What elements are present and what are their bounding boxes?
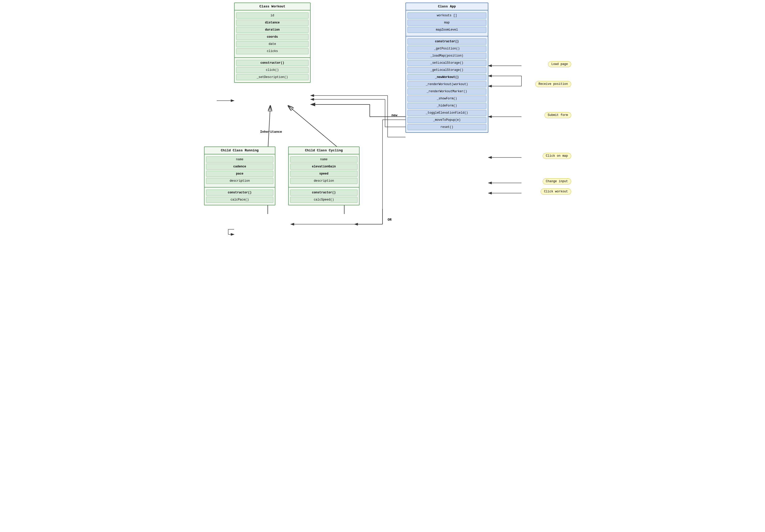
workout-field-distance: distance — [236, 20, 309, 26]
running-fields-section: name cadence pace description — [205, 154, 275, 186]
workout-field-clicks: clicks — [236, 48, 309, 54]
running-class-box: Child Class Running name cadence pace de… — [204, 146, 276, 205]
running-field-cadence: cadence — [206, 163, 273, 170]
app-methods-section: constructor() _getPosition() _loadMap(po… — [406, 36, 488, 132]
app-method-loadmap: _loadMap(position) — [407, 53, 486, 59]
workout-field-duration: duration — [236, 27, 309, 33]
svg-line-20 — [268, 106, 270, 153]
workout-class-title: Class Workout — [235, 3, 310, 10]
cycling-method-calcspeed: calcSpeed() — [290, 197, 358, 203]
app-method-renderworkout: _renderWorkout(workout) — [407, 81, 486, 88]
app-fields-section: workouts [] map mapZoomLevel — [406, 10, 488, 35]
app-method-newworkout: _newWorkout() — [407, 74, 486, 80]
app-field-workouts: workouts [] — [407, 13, 486, 19]
svg-line-22 — [288, 106, 344, 153]
workout-field-date: date — [236, 41, 309, 47]
workout-field-coords: coords — [236, 34, 309, 40]
running-method-constructor: constructor() — [206, 189, 273, 196]
click-on-map-bubble: Click on map — [543, 153, 571, 159]
or-label: OR — [387, 218, 392, 222]
running-method-calcpace: calcPace() — [206, 197, 273, 203]
app-class-title: Class App — [406, 3, 488, 10]
workout-method-click: click() — [236, 67, 309, 73]
cycling-field-speed: speed — [290, 171, 358, 177]
app-method-setlocalstorage: _setLocalStorage() — [407, 60, 486, 66]
running-field-pace: pace — [206, 171, 273, 177]
load-page-bubble: Load page — [548, 61, 571, 67]
cycling-fields-section: name elevationGain speed description — [289, 154, 359, 186]
change-input-bubble: Change input — [543, 178, 571, 184]
app-field-mapzoomlevel: mapZoomLevel — [407, 27, 486, 33]
cycling-field-name: name — [290, 156, 358, 162]
workout-methods-section: constructor() click() _setDescription() — [235, 58, 310, 82]
app-method-constructor: constructor() — [407, 39, 486, 45]
app-method-getposition: _getPosition() — [407, 46, 486, 52]
cycling-class-title: Child Class Cycling — [289, 147, 359, 154]
app-method-toggleelevation: _toggleElevationField() — [407, 110, 486, 116]
running-field-name: name — [206, 156, 273, 162]
click-workout-bubble: Click workout — [541, 188, 571, 195]
workout-fields-section: id distance duration coords date clicks — [235, 10, 310, 56]
app-class-box: Class App workouts [] map mapZoomLevel c… — [405, 3, 488, 133]
workout-method-setdescription: _setDescription() — [236, 74, 309, 80]
workout-field-id: id — [236, 13, 309, 19]
cycling-methods-section: constructor() calcSpeed() — [289, 187, 359, 205]
running-class-title: Child Class Running — [205, 147, 275, 154]
new-label: new — [391, 114, 397, 117]
workout-class-box: Class Workout id distance duration coord… — [234, 3, 311, 83]
diagram-container: Class Workout id distance duration coord… — [191, 0, 574, 266]
cycling-field-elevationgain: elevationGain — [290, 163, 358, 170]
app-method-renderworkoutmarker: _renderWorkoutMarker() — [407, 89, 486, 95]
app-method-getlocalstorage: _getLocalStorage() — [407, 67, 486, 73]
running-field-description: description — [206, 178, 273, 184]
app-method-hideform: _hideForm() — [407, 103, 486, 109]
cycling-class-box: Child Class Cycling name elevationGain s… — [288, 146, 360, 205]
app-method-showform: _showForm() — [407, 96, 486, 102]
running-methods-section: constructor() calcPace() — [205, 187, 275, 205]
receive-position-bubble: Receive position — [535, 81, 571, 87]
submit-form-bubble: Submit form — [544, 112, 571, 118]
workout-method-constructor: constructor() — [236, 60, 309, 66]
cycling-method-constructor: constructor() — [290, 189, 358, 196]
app-method-reset: reset() — [407, 124, 486, 130]
app-field-map: map — [407, 20, 486, 26]
app-method-movetopopup: _moveToPopup(e) — [407, 117, 486, 123]
cycling-field-description: description — [290, 178, 358, 184]
inheritance-label: Inheritance — [260, 130, 282, 134]
